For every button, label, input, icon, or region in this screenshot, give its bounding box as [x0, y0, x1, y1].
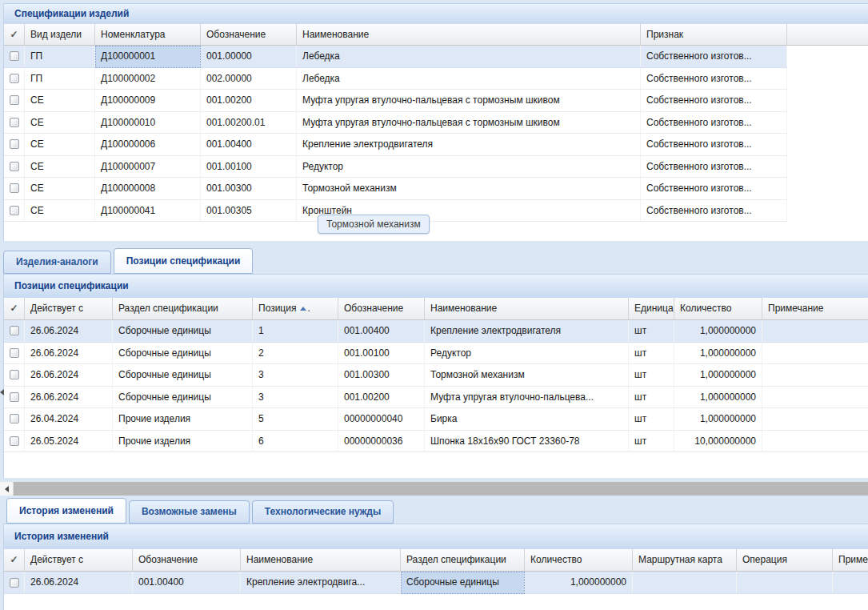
grid-cell[interactable]: шт — [629, 408, 674, 431]
tab-analog-products[interactable]: Изделия-аналоги — [3, 251, 111, 274]
grid-cell[interactable]: 3 — [253, 364, 338, 387]
column-header-name[interactable]: Наименование — [241, 549, 401, 571]
grid-cell[interactable]: Муфта упругая втулочно-пальцевая с тормо… — [297, 90, 641, 112]
grid-cell[interactable]: 001.00305 — [201, 200, 297, 223]
grid-cell[interactable]: 3 — [253, 387, 338, 409]
grid-cell[interactable]: Сборочные единицы — [113, 364, 253, 387]
tab-possible-replacements[interactable]: Возможные замены — [129, 500, 250, 524]
grid-cell[interactable]: Сборочные единицы — [113, 343, 253, 365]
table-row[interactable]: 26.04.2024 Прочие изделия 5 00000000040 … — [4, 408, 868, 431]
tab-technological-needs[interactable]: Технологические нужды — [252, 500, 394, 524]
grid-cell[interactable]: Прочие изделия — [113, 408, 253, 431]
grid-cell[interactable] — [762, 387, 868, 409]
column-header-unit[interactable]: Единица — [629, 298, 674, 319]
table-row[interactable]: СЕ Д100000006 001.00400 Крепление электр… — [4, 134, 868, 156]
table-row[interactable]: ГП Д100000001 001.00000 Лебедка Собствен… — [4, 46, 868, 68]
row-checkbox[interactable] — [10, 578, 19, 588]
grid-cell[interactable]: Сборочные единицы — [113, 320, 253, 343]
column-header-designation[interactable]: Обозначение — [338, 298, 425, 319]
grid-cell[interactable]: шт — [629, 364, 674, 387]
grid-cell[interactable]: Редуктор — [425, 343, 629, 365]
grid-cell[interactable]: шт — [629, 320, 674, 343]
table-row[interactable]: 26.06.2024 Сборочные единицы 2 001.00100… — [4, 343, 868, 365]
grid-cell[interactable]: Муфта упругая втулочно-пальцева... — [425, 387, 629, 409]
grid-cell[interactable]: ГП — [25, 68, 95, 90]
column-header-product-type[interactable]: Вид издели — [25, 24, 95, 45]
column-header-route-card[interactable]: Маршрутная карта — [633, 549, 737, 571]
grid-cell[interactable]: Тормозной механизм — [425, 364, 629, 387]
grid-cell[interactable]: 001.00400 — [133, 572, 241, 594]
grid-cell[interactable]: 001.00400 — [201, 134, 297, 156]
grid-cell[interactable]: Собственного изготов... — [641, 90, 787, 112]
column-header-note[interactable]: Примечание — [762, 298, 868, 319]
grid-cell[interactable]: 26.06.2024 — [25, 387, 113, 409]
grid-cell[interactable]: 001.00200 — [338, 387, 425, 409]
grid-cell[interactable]: 1 — [253, 320, 338, 343]
grid-cell[interactable]: Собственного изготов... — [641, 178, 787, 200]
grid-cell[interactable]: Лебедка — [297, 68, 641, 90]
grid-cell[interactable]: Д100000041 — [95, 200, 201, 223]
grid-cell-selected[interactable]: Д100000001 — [95, 46, 201, 68]
grid-cell[interactable]: 00000000040 — [338, 408, 425, 431]
table-row[interactable]: СЕ Д100000010 001.00200.01 Муфта упругая… — [4, 112, 868, 134]
grid-cell[interactable]: Собственного изготов... — [641, 68, 787, 90]
grid-cell[interactable]: 001.00100 — [338, 343, 425, 365]
column-header-name[interactable]: Наименование — [425, 298, 629, 319]
grid-cell[interactable]: 26.06.2024 — [25, 343, 113, 365]
table-row[interactable]: 26.06.2024 Сборочные единицы 1 001.00400… — [4, 320, 868, 343]
row-checkbox[interactable] — [10, 436, 19, 446]
column-header-designation[interactable]: Обозначение — [133, 549, 241, 571]
column-header-designation[interactable]: Обозначение — [201, 24, 297, 45]
table-row[interactable]: ГП Д100000002 002.00000 Лебедка Собствен… — [4, 68, 868, 90]
grid-cell[interactable]: Собственного изготов... — [641, 200, 787, 223]
grid-cell[interactable]: Шпонка 18x16x90 ГОСТ 23360-78 — [425, 431, 629, 453]
grid-cell[interactable]: Собственного изготов... — [641, 112, 787, 134]
grid-cell[interactable]: 001.00300 — [338, 364, 425, 387]
grid-cell[interactable] — [762, 431, 868, 453]
grid-cell[interactable]: Сборочные единицы — [113, 387, 253, 409]
tab-change-history[interactable]: История изменений — [6, 498, 126, 524]
grid-cell[interactable]: 1,000000000 — [674, 387, 762, 409]
grid-cell[interactable]: 001.00000 — [201, 46, 297, 68]
grid-cell[interactable]: Крепление электродвигателя — [297, 134, 641, 156]
splitter-collapse-icon[interactable] — [0, 389, 4, 395]
select-all-column-header[interactable]: ✓ — [4, 549, 25, 571]
row-checkbox[interactable] — [10, 118, 19, 127]
grid-cell[interactable] — [633, 572, 737, 594]
grid-cell[interactable] — [762, 343, 868, 365]
grid-cell[interactable]: Редуктор — [297, 156, 641, 179]
row-checkbox[interactable] — [10, 183, 19, 193]
grid-cell[interactable]: 26.06.2024 — [25, 320, 113, 343]
grid-cell[interactable]: Собственного изготов... — [641, 156, 787, 179]
grid-cell[interactable]: СЕ — [25, 134, 95, 156]
column-header-spec-section[interactable]: Раздел спецификации — [401, 549, 525, 571]
row-checkbox[interactable] — [10, 326, 19, 335]
grid-cell[interactable]: 5 — [253, 408, 338, 431]
row-checkbox[interactable] — [10, 392, 19, 402]
table-row[interactable]: СЕ Д100000041 001.00305 Кронштейн Собств… — [4, 200, 868, 223]
grid-cell[interactable]: 26.06.2024 — [25, 364, 113, 387]
column-header-name[interactable]: Наименование — [297, 24, 641, 45]
column-header-quantity[interactable]: Количество — [525, 549, 633, 571]
row-checkbox[interactable] — [10, 95, 19, 105]
tab-spec-positions[interactable]: Позиции спецификации — [114, 248, 254, 274]
grid-cell[interactable]: СЕ — [25, 90, 95, 112]
grid-cell[interactable]: Тормозной механизм — [297, 178, 641, 200]
grid-cell[interactable]: 1,000000000 — [674, 364, 762, 387]
column-header-spec-section[interactable]: Раздел спецификации — [113, 298, 253, 319]
grid-cell[interactable]: Муфта упругая втулочно-пальцевая с тормо… — [297, 112, 641, 134]
grid-cell[interactable]: 001.00200 — [201, 90, 297, 112]
grid-cell[interactable]: шт — [629, 387, 674, 409]
grid-cell[interactable]: 001.00100 — [201, 156, 297, 179]
grid-cell[interactable]: 00000000036 — [338, 431, 425, 453]
select-all-column-header[interactable]: ✓ — [4, 298, 25, 319]
grid-cell[interactable]: 002.00000 — [201, 68, 297, 90]
grid-cell[interactable] — [762, 364, 868, 387]
grid-cell[interactable]: 10,000000000 — [674, 431, 762, 453]
grid-cell[interactable]: Д100000008 — [95, 178, 201, 200]
grid-cell[interactable]: СЕ — [25, 156, 95, 179]
row-checkbox[interactable] — [10, 51, 19, 61]
grid-cell[interactable]: Д100000007 — [95, 156, 201, 179]
row-checkbox[interactable] — [10, 74, 19, 83]
grid-cell[interactable] — [762, 408, 868, 431]
